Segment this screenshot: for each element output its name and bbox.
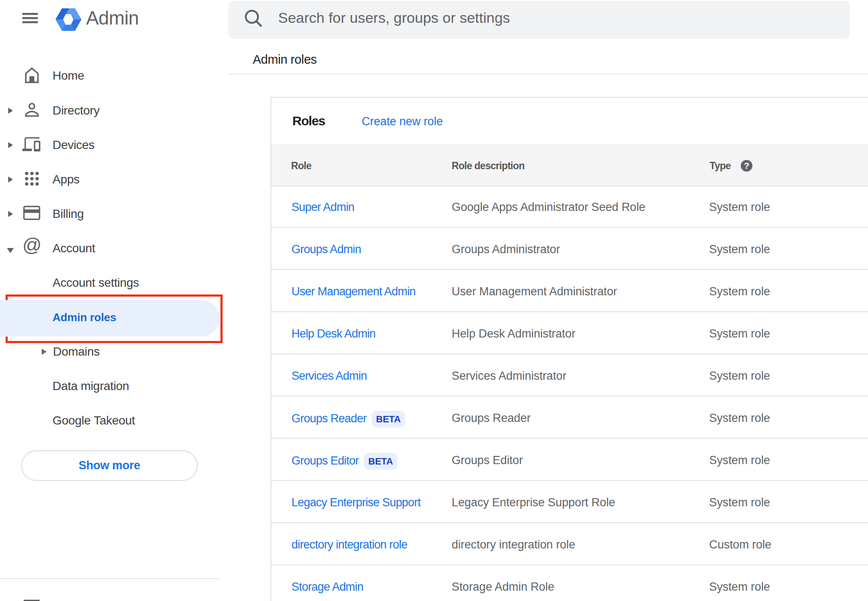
svg-text:?: ? [744,161,750,170]
